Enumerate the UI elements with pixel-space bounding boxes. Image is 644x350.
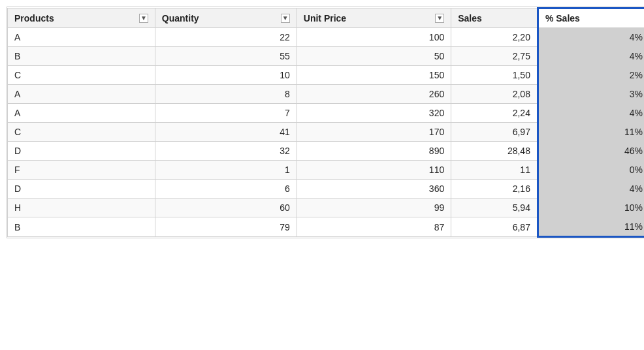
spreadsheet: Products ▼ Quantity ▼ Unit Price ▼ bbox=[7, 7, 644, 238]
cell-quantity: 10 bbox=[155, 66, 297, 85]
cell-quantity: 60 bbox=[155, 199, 297, 217]
cell-pct-sales: 10% bbox=[538, 199, 644, 217]
cell-unit-price: 87 bbox=[297, 217, 451, 237]
cell-sales: 2,16 bbox=[451, 180, 538, 199]
cell-products: C bbox=[8, 123, 155, 142]
cell-products: F bbox=[8, 161, 155, 180]
header-sales: Sales bbox=[451, 8, 538, 28]
cell-unit-price: 170 bbox=[297, 123, 451, 142]
cell-quantity: 41 bbox=[155, 123, 297, 142]
cell-sales: 2,24 bbox=[451, 104, 538, 123]
cell-quantity: 32 bbox=[155, 142, 297, 161]
header-label-pct-sales: % Sales bbox=[545, 13, 580, 24]
header-label-sales: Sales bbox=[458, 13, 482, 24]
cell-products: C bbox=[8, 66, 155, 85]
cell-unit-price: 50 bbox=[297, 47, 451, 66]
filter-icon-unit-price[interactable]: ▼ bbox=[435, 14, 444, 23]
table-row: A82602,083% bbox=[8, 85, 645, 104]
table-row: D3289028,4846% bbox=[8, 142, 645, 161]
cell-sales: 6,97 bbox=[451, 123, 538, 142]
cell-quantity: 22 bbox=[155, 28, 297, 47]
cell-unit-price: 110 bbox=[297, 161, 451, 180]
cell-pct-sales: 2% bbox=[538, 66, 644, 85]
cell-products: B bbox=[8, 47, 155, 66]
cell-quantity: 8 bbox=[155, 85, 297, 104]
table-row: D63602,164% bbox=[8, 180, 645, 199]
cell-sales: 1,50 bbox=[451, 66, 538, 85]
cell-products: B bbox=[8, 217, 155, 237]
cell-products: D bbox=[8, 180, 155, 199]
table-row: A73202,244% bbox=[8, 104, 645, 123]
cell-quantity: 79 bbox=[155, 217, 297, 237]
cell-products: A bbox=[8, 104, 155, 123]
table-row: H60995,9410% bbox=[8, 199, 645, 217]
header-quantity: Quantity ▼ bbox=[155, 8, 297, 28]
cell-pct-sales: 3% bbox=[538, 85, 644, 104]
filter-icon-quantity[interactable]: ▼ bbox=[281, 14, 290, 23]
cell-unit-price: 100 bbox=[297, 28, 451, 47]
cell-sales: 2,08 bbox=[451, 85, 538, 104]
table-row: A221002,204% bbox=[8, 28, 645, 47]
cell-pct-sales: 4% bbox=[538, 28, 644, 47]
cell-unit-price: 890 bbox=[297, 142, 451, 161]
cell-pct-sales: 4% bbox=[538, 180, 644, 199]
cell-sales: 6,87 bbox=[451, 217, 538, 237]
header-label-products: Products bbox=[14, 13, 54, 24]
cell-products: D bbox=[8, 142, 155, 161]
cell-quantity: 1 bbox=[155, 161, 297, 180]
table-row: B79876,8711% bbox=[8, 217, 645, 237]
cell-products: H bbox=[8, 199, 155, 217]
table-row: F1110110% bbox=[8, 161, 645, 180]
cell-unit-price: 320 bbox=[297, 104, 451, 123]
cell-unit-price: 360 bbox=[297, 180, 451, 199]
data-table: Products ▼ Quantity ▼ Unit Price ▼ bbox=[7, 7, 644, 238]
table-row: C101501,502% bbox=[8, 66, 645, 85]
header-label-quantity: Quantity bbox=[162, 13, 199, 24]
cell-pct-sales: 11% bbox=[538, 123, 644, 142]
cell-unit-price: 150 bbox=[297, 66, 451, 85]
header-label-unit-price: Unit Price bbox=[304, 13, 346, 24]
cell-pct-sales: 11% bbox=[538, 217, 644, 237]
cell-pct-sales: 4% bbox=[538, 47, 644, 66]
table-row: C411706,9711% bbox=[8, 123, 645, 142]
table-row: B55502,754% bbox=[8, 47, 645, 66]
cell-pct-sales: 0% bbox=[538, 161, 644, 180]
cell-products: A bbox=[8, 85, 155, 104]
cell-sales: 5,94 bbox=[451, 199, 538, 217]
header-pct-sales: % Sales bbox=[538, 8, 644, 28]
filter-icon-products[interactable]: ▼ bbox=[139, 14, 148, 23]
cell-sales: 2,20 bbox=[451, 28, 538, 47]
cell-quantity: 6 bbox=[155, 180, 297, 199]
cell-sales: 2,75 bbox=[451, 47, 538, 66]
cell-quantity: 55 bbox=[155, 47, 297, 66]
cell-sales: 11 bbox=[451, 161, 538, 180]
header-unit-price: Unit Price ▼ bbox=[297, 8, 451, 28]
cell-sales: 28,48 bbox=[451, 142, 538, 161]
cell-pct-sales: 46% bbox=[538, 142, 644, 161]
cell-quantity: 7 bbox=[155, 104, 297, 123]
cell-unit-price: 260 bbox=[297, 85, 451, 104]
header-products: Products ▼ bbox=[8, 8, 155, 28]
cell-products: A bbox=[8, 28, 155, 47]
cell-pct-sales: 4% bbox=[538, 104, 644, 123]
cell-unit-price: 99 bbox=[297, 199, 451, 217]
